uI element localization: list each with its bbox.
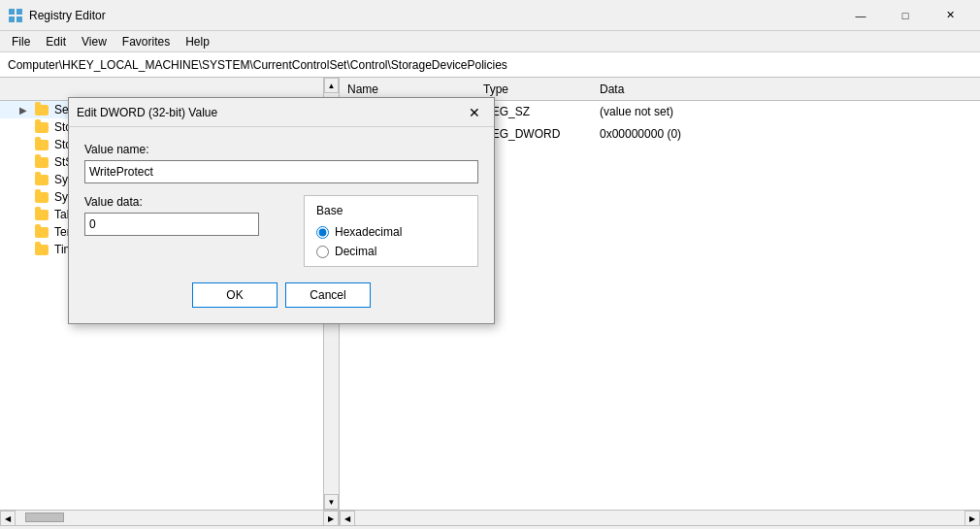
value-name-section: Value name:: [84, 143, 478, 195]
maximize-button[interactable]: □: [883, 0, 928, 31]
title-bar: Registry Editor — □ ✕: [0, 0, 980, 31]
decimal-radio-label[interactable]: Decimal: [316, 245, 466, 258]
window-controls: — □ ✕: [838, 0, 972, 31]
dialog-overlay: Edit DWORD (32-bit) Value ✕ Value name: …: [0, 78, 980, 510]
value-data-section: Value data:: [84, 195, 288, 267]
left-scrollbar[interactable]: ◀ ▶: [0, 511, 340, 525]
value-data-base-row: Value data: Base Hexadecimal: [84, 195, 478, 267]
value-data-label: Value data:: [84, 195, 288, 209]
radio-group: Hexadecimal Decimal: [316, 225, 466, 258]
menu-bar: File Edit View Favorites Help: [0, 31, 980, 52]
dialog-title-bar: Edit DWORD (32-bit) Value ✕: [69, 98, 494, 127]
main-content: ▶ SecurityProviders ▶ StorageManagement …: [0, 78, 980, 510]
svg-rect-3: [16, 17, 22, 22]
value-data-input[interactable]: [84, 213, 259, 236]
dialog-close-button[interactable]: ✕: [463, 101, 486, 124]
svg-rect-2: [9, 17, 15, 22]
svg-rect-1: [16, 9, 22, 15]
close-button[interactable]: ✕: [928, 0, 972, 31]
scroll-left-btn-right[interactable]: ◀: [340, 511, 355, 526]
hexadecimal-label: Hexadecimal: [335, 225, 402, 239]
menu-favorites[interactable]: Favorites: [114, 33, 178, 50]
value-name-label: Value name:: [84, 143, 478, 156]
dialog-title: Edit DWORD (32-bit) Value: [77, 106, 463, 119]
edit-dword-dialog: Edit DWORD (32-bit) Value ✕ Value name: …: [68, 97, 495, 324]
app-icon: [8, 8, 23, 23]
menu-file[interactable]: File: [4, 33, 38, 50]
bottom-scrollbar-area: ◀ ▶ ◀ ▶: [0, 510, 980, 525]
base-label: Base: [316, 204, 466, 217]
menu-view[interactable]: View: [74, 33, 114, 50]
svg-rect-0: [9, 9, 15, 15]
cancel-button[interactable]: Cancel: [285, 282, 371, 308]
window-title: Registry Editor: [29, 9, 838, 22]
hexadecimal-radio-label[interactable]: Hexadecimal: [316, 225, 466, 239]
scroll-right-btn[interactable]: ▶: [323, 511, 339, 526]
address-bar: Computer\HKEY_LOCAL_MACHINE\SYSTEM\Curre…: [0, 52, 980, 78]
value-name-input[interactable]: [84, 160, 478, 183]
scroll-right-btn-right[interactable]: ▶: [964, 511, 980, 526]
status-bar: [0, 525, 980, 529]
scroll-left-btn[interactable]: ◀: [0, 511, 16, 526]
dialog-buttons: OK Cancel: [84, 282, 478, 308]
minimize-button[interactable]: —: [838, 0, 883, 31]
ok-button[interactable]: OK: [192, 282, 278, 308]
base-section: Base Hexadecimal Decimal: [304, 195, 478, 267]
address-path: Computer\HKEY_LOCAL_MACHINE\SYSTEM\Curre…: [8, 58, 507, 72]
menu-help[interactable]: Help: [178, 33, 217, 50]
dialog-body: Value name: Value data: Base H: [69, 127, 494, 323]
h-scroll-thumb-left[interactable]: [25, 512, 64, 522]
decimal-radio[interactable]: [316, 246, 329, 258]
right-scrollbar[interactable]: ◀ ▶: [340, 511, 980, 525]
menu-edit[interactable]: Edit: [38, 33, 74, 50]
hexadecimal-radio[interactable]: [316, 226, 329, 239]
decimal-label: Decimal: [335, 245, 376, 258]
